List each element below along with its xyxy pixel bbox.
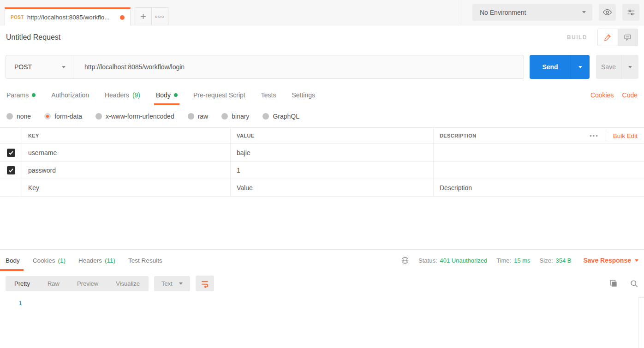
time-value: 15 ms — [514, 257, 530, 264]
description-column-header-cell: DESCRIPTION ••• Bulk Edit — [434, 128, 644, 144]
save-button[interactable]: Save — [596, 55, 621, 79]
chevron-down-icon — [179, 282, 183, 285]
tab-body[interactable]: Body — [156, 85, 178, 105]
method-select[interactable]: POST — [6, 55, 73, 78]
view-raw-button[interactable]: Raw — [39, 276, 68, 291]
tab-authorization[interactable]: Authorization — [51, 85, 89, 105]
line-number: 1 — [18, 300, 22, 306]
code-link[interactable]: Code — [622, 85, 638, 105]
editor-scrollbar-corner — [638, 297, 644, 298]
editor-scrollbar[interactable] — [638, 297, 639, 348]
description-placeholder-input[interactable]: Description — [434, 179, 644, 196]
copy-response-button[interactable] — [609, 279, 618, 288]
radio-graphql[interactable]: GraphQL — [262, 113, 299, 120]
key-placeholder-input[interactable]: Key — [22, 179, 231, 196]
radio-icon — [95, 113, 102, 120]
radio-urlencoded-label: x-www-form-urlencoded — [106, 113, 174, 120]
cookies-link[interactable]: Cookies — [590, 85, 614, 105]
view-visualize-button[interactable]: Visualize — [107, 276, 149, 291]
response-toolbar: Pretty Raw Preview Visualize Text — [0, 271, 644, 296]
environment-settings-button[interactable] — [622, 4, 639, 21]
wrap-lines-button[interactable] — [196, 276, 214, 291]
table-more-icon[interactable]: ••• — [590, 132, 599, 139]
send-options-button[interactable] — [571, 55, 590, 79]
tab-bar: POST http://localhost:8085/workflo... + … — [0, 0, 644, 25]
radio-none[interactable]: none — [6, 113, 31, 120]
network-info[interactable] — [401, 250, 409, 271]
edit-comment-toggle — [597, 29, 638, 46]
edit-mode-button[interactable] — [598, 29, 618, 46]
search-icon — [630, 279, 638, 288]
radio-raw[interactable]: raw — [188, 113, 209, 120]
search-response-button[interactable] — [630, 279, 638, 288]
response-editor[interactable]: 1 — [0, 296, 644, 348]
response-tab-body[interactable]: Body — [6, 250, 20, 271]
key-cell[interactable]: username — [22, 144, 231, 161]
response-cookies-label: Cookies — [33, 257, 55, 264]
view-preview-button[interactable]: Preview — [68, 276, 107, 291]
postman-app: POST http://localhost:8085/workflo... + … — [0, 0, 644, 348]
request-tab[interactable]: POST http://localhost:8085/workflo... — [5, 7, 131, 25]
eye-icon — [602, 7, 612, 17]
view-pretty-button[interactable]: Pretty — [6, 276, 39, 291]
check-icon — [8, 150, 14, 156]
tab-options-button[interactable]: ooo — [151, 7, 168, 25]
tab-params[interactable]: Params — [6, 85, 36, 105]
response-tab-cookies[interactable]: Cookies (1) — [33, 250, 66, 271]
request-tabs: Params Authorization Headers (9) Body Pr… — [0, 85, 644, 105]
save-options-button[interactable] — [621, 55, 638, 79]
response-tab-test-results[interactable]: Test Results — [128, 250, 162, 271]
radio-icon — [262, 113, 269, 120]
value-cell[interactable]: 1 — [231, 162, 434, 179]
tab-pre-request-script[interactable]: Pre-request Script — [193, 85, 245, 105]
row-checkbox-cell — [0, 144, 22, 161]
environment-quick-look-button[interactable] — [599, 4, 616, 21]
value-placeholder-input[interactable]: Value — [231, 179, 434, 196]
tab-body-label: Body — [156, 91, 171, 99]
response-header-spacer — [175, 250, 392, 271]
status-label: Status: — [418, 257, 437, 264]
radio-form-data-label: form-data — [54, 113, 82, 120]
chevron-down-icon — [62, 66, 66, 68]
method-label: POST — [14, 63, 62, 71]
size-label: Size: — [540, 257, 553, 264]
tab-headers[interactable]: Headers (9) — [105, 85, 140, 105]
status-badge: 401 Unauthorized — [440, 257, 488, 264]
check-icon — [8, 168, 14, 173]
description-cell[interactable] — [434, 162, 644, 179]
tab-tests[interactable]: Tests — [261, 85, 276, 105]
radio-form-data[interactable]: form-data — [44, 113, 82, 120]
table-row-username: username bajie — [0, 144, 644, 162]
key-column-header: KEY — [22, 128, 231, 144]
table-header-controls: ••• Bulk Edit — [590, 131, 638, 141]
row-checkbox-checked[interactable] — [7, 149, 15, 157]
tab-method-badge: POST — [11, 15, 24, 20]
row-checkbox-checked[interactable] — [7, 166, 15, 174]
format-select[interactable]: Text — [154, 276, 190, 291]
response-header: Body Cookies (1) Headers (11) Test Resul… — [0, 250, 644, 271]
environment-zone: No Environment — [461, 0, 644, 24]
radio-x-www-form-urlencoded[interactable]: x-www-form-urlencoded — [95, 113, 174, 120]
response-tab-headers[interactable]: Headers (11) — [78, 250, 115, 271]
response-body-label: Body — [6, 257, 20, 264]
key-cell[interactable]: password — [22, 162, 231, 179]
radio-binary[interactable]: binary — [221, 113, 249, 120]
bulk-edit-link[interactable]: Bulk Edit — [613, 132, 638, 139]
send-button[interactable]: Send — [530, 55, 571, 79]
radio-icon — [221, 113, 228, 120]
response-headers-label: Headers — [78, 257, 102, 264]
value-cell[interactable]: bajie — [231, 144, 434, 161]
environment-select[interactable]: No Environment — [472, 4, 592, 21]
plus-icon: + — [140, 11, 146, 23]
description-cell[interactable] — [434, 144, 644, 161]
tab-settings[interactable]: Settings — [292, 85, 315, 105]
comment-icon — [624, 33, 632, 41]
save-response-button[interactable]: Save Response — [584, 250, 639, 271]
url-input[interactable]: http://localhost:8085/workflow/login — [73, 55, 524, 78]
comments-button[interactable] — [618, 29, 638, 46]
response-view-switch: Pretty Raw Preview Visualize — [6, 276, 149, 291]
body-mode-radios: none form-data x-www-form-urlencoded raw… — [0, 105, 644, 127]
status-meta: Status: 401 Unauthorized — [418, 250, 487, 271]
size-value: 354 B — [556, 257, 572, 264]
new-tab-button[interactable]: + — [135, 7, 152, 25]
